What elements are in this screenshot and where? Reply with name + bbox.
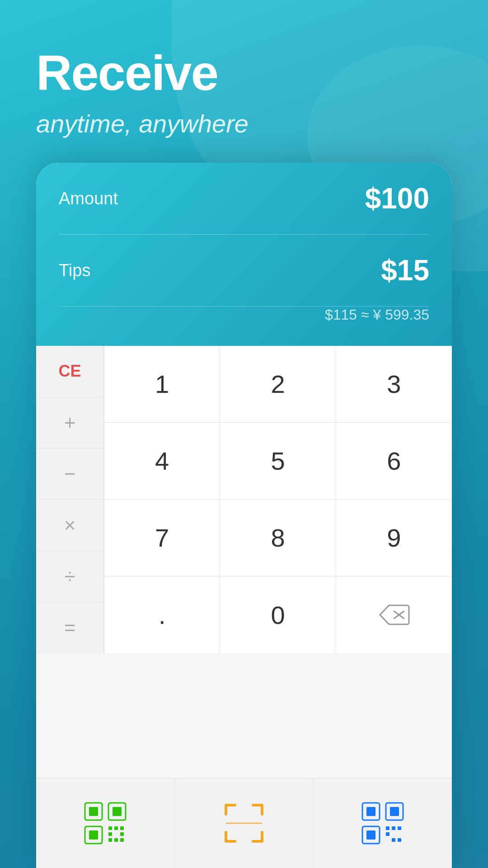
- bottom-actions: [36, 778, 452, 868]
- num-2-button[interactable]: 2: [220, 346, 336, 423]
- svg-rect-28: [398, 838, 401, 842]
- card-header: Amount $100 Tips $15 $115 ≈ ¥ 599.35: [36, 163, 452, 346]
- svg-rect-3: [89, 807, 98, 816]
- divide-button[interactable]: ÷: [36, 551, 103, 603]
- svg-rect-22: [366, 830, 375, 840]
- numpad-area: CE + − × ÷ = 1 2 3 4 5 6 7 8 9 . 0: [36, 346, 452, 653]
- svg-rect-18: [366, 807, 375, 816]
- number-grid: 1 2 3 4 5 6 7 8 9 . 0: [104, 346, 452, 653]
- svg-rect-12: [120, 832, 124, 836]
- tips-label: Tips: [59, 261, 90, 280]
- conversion-text: $115 ≈ ¥ 599.35: [325, 307, 429, 323]
- amount-field: Amount $100: [59, 163, 429, 235]
- decimal-button[interactable]: .: [104, 576, 220, 653]
- num-5-button[interactable]: 5: [220, 423, 336, 500]
- tips-field: Tips $15: [59, 235, 429, 307]
- num-9-button[interactable]: 9: [336, 500, 452, 576]
- header-section: Receive anytime, anywhere: [0, 0, 488, 165]
- svg-rect-23: [386, 826, 389, 830]
- conversion-row: $115 ≈ ¥ 599.35: [59, 307, 429, 332]
- backspace-button[interactable]: [336, 576, 452, 653]
- svg-rect-27: [392, 838, 395, 842]
- svg-rect-5: [113, 807, 122, 816]
- num-6-button[interactable]: 6: [336, 423, 452, 500]
- svg-rect-14: [114, 838, 118, 842]
- scan-button[interactable]: [175, 778, 314, 868]
- alipay-qr-button[interactable]: [314, 778, 452, 868]
- minus-button[interactable]: −: [36, 448, 103, 500]
- num-3-button[interactable]: 3: [336, 346, 452, 423]
- svg-rect-13: [108, 838, 112, 842]
- scan-icon: [221, 801, 267, 846]
- amount-label: Amount: [59, 189, 118, 208]
- svg-rect-9: [114, 826, 118, 830]
- svg-rect-24: [392, 826, 395, 830]
- ce-button[interactable]: CE: [36, 346, 103, 397]
- wechat-qr-button[interactable]: [36, 778, 175, 868]
- svg-rect-15: [120, 838, 124, 842]
- svg-rect-26: [386, 832, 389, 836]
- num-0-button[interactable]: 0: [220, 576, 336, 653]
- svg-rect-7: [89, 830, 98, 840]
- num-4-button[interactable]: 4: [104, 423, 220, 500]
- svg-rect-8: [108, 826, 112, 830]
- tips-value: $15: [381, 254, 429, 287]
- alipay-qr-icon: [360, 801, 405, 846]
- wechat-qr-icon: [83, 801, 128, 846]
- page-subtitle: anytime, anywhere: [36, 109, 452, 138]
- multiply-button[interactable]: ×: [36, 500, 103, 552]
- num-8-button[interactable]: 8: [220, 500, 336, 576]
- plus-button[interactable]: +: [36, 397, 103, 449]
- svg-rect-20: [390, 807, 399, 816]
- svg-rect-11: [108, 832, 112, 836]
- amount-value: $100: [365, 182, 429, 215]
- num-7-button[interactable]: 7: [104, 500, 220, 576]
- num-1-button[interactable]: 1: [104, 346, 220, 423]
- backspace-icon: [378, 604, 410, 626]
- page-title: Receive: [36, 45, 452, 100]
- equals-button[interactable]: =: [36, 603, 103, 654]
- svg-rect-10: [120, 826, 124, 830]
- svg-rect-25: [398, 826, 401, 830]
- operator-column: CE + − × ÷ =: [36, 346, 104, 653]
- main-card: Amount $100 Tips $15 $115 ≈ ¥ 599.35 CE …: [36, 163, 452, 868]
